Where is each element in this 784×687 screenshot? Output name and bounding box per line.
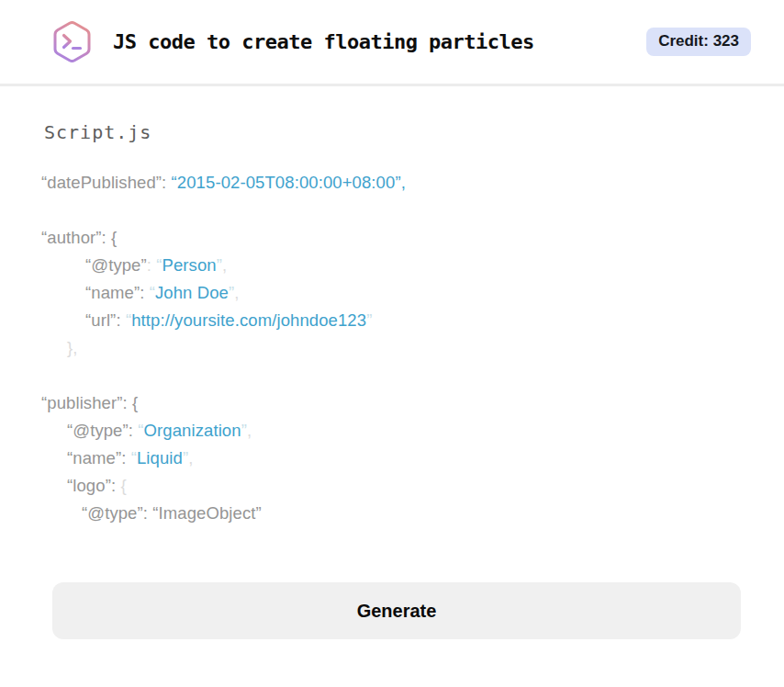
- credit-badge: Credit: 323: [646, 28, 751, 56]
- code-token: “@type”: [67, 421, 129, 440]
- code-token: “publisher”: [41, 393, 123, 412]
- code-line: “name”: “Liquid”,: [41, 445, 747, 472]
- code-line: [41, 197, 747, 224]
- code-token: :: [111, 476, 120, 495]
- code-token: “name”: [67, 448, 121, 467]
- header: JS code to create floating particles Cre…: [0, 0, 784, 86]
- code-line: “@type”: “ImageObject”: [41, 500, 747, 527]
- code-token: Liquid: [137, 448, 183, 467]
- code-token: ,: [222, 255, 227, 275]
- code-token: :: [162, 173, 171, 192]
- app-logo: [50, 20, 94, 63]
- code-token: :: [147, 255, 156, 275]
- code-token: ,: [234, 283, 239, 302]
- code-line: “@type”: “Person”,: [41, 252, 747, 279]
- code-line: },: [41, 334, 747, 362]
- code-token: ,: [188, 448, 193, 467]
- code-line: “author”: {: [41, 224, 747, 252]
- code-token: :: [129, 421, 138, 440]
- terminal-hexagon-icon: [50, 20, 94, 63]
- code-token: “datePublished”: [41, 173, 162, 192]
- code-token: : {: [102, 228, 118, 247]
- file-name-label: Script.js: [41, 121, 747, 143]
- code-token: :: [121, 448, 130, 467]
- code-token: },: [67, 338, 78, 357]
- code-token: “url”: [85, 310, 116, 330]
- code-line: “@type”: “Organization”,: [41, 417, 747, 445]
- page-title: JS code to create floating particles: [113, 30, 646, 53]
- code-token: “logo”: [67, 476, 111, 495]
- generate-button[interactable]: Generate: [52, 582, 741, 639]
- code-token: http://yoursite.com/johndoe123: [131, 310, 366, 330]
- code-line: [41, 362, 747, 389]
- code-token: “name”: [85, 283, 140, 302]
- footer: Generate: [0, 582, 784, 639]
- code-line: “name”: “John Doe”,: [41, 279, 747, 307]
- code-token: ”: [366, 310, 372, 330]
- code-block: “datePublished”: “2015-02-05T08:00:00+08…: [41, 169, 747, 527]
- code-token: ,: [247, 421, 252, 440]
- code-token: “2015-02-05T08:00:00+08:00”,: [172, 173, 406, 192]
- code-line: “logo”: {: [41, 472, 747, 500]
- code-token: : {: [123, 393, 139, 412]
- code-line: “url”: “http://yoursite.com/johndoe123”: [41, 307, 747, 334]
- code-token: {: [120, 476, 126, 495]
- code-token: “@type”: [85, 255, 147, 275]
- main-content: Script.js “datePublished”: “2015-02-05T0…: [0, 86, 784, 527]
- code-line: “datePublished”: “2015-02-05T08:00:00+08…: [41, 169, 747, 197]
- code-token: Organization: [144, 421, 241, 440]
- code-token: Person: [162, 255, 217, 275]
- code-token: John Doe: [155, 283, 229, 302]
- code-token: “author”: [41, 228, 102, 247]
- code-token: :: [116, 310, 125, 330]
- code-token: :: [140, 283, 149, 302]
- code-token: “@type”: “ImageObject”: [82, 503, 262, 523]
- code-line: “publisher”: {: [41, 389, 747, 417]
